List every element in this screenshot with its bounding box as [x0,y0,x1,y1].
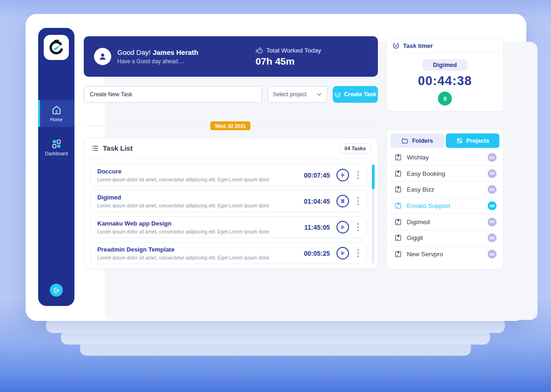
pause-button[interactable] [336,195,349,207]
task-name: Doccure [97,168,304,175]
task-row[interactable]: Digimed Lorem ipsum dolor sit amet, cons… [90,190,367,212]
folder-icon [401,137,409,145]
project-count-badge: 00 [488,185,497,194]
project-count-badge: 00 [488,218,497,226]
project-count-badge: 00 [488,169,497,178]
stopwatch-logo-icon [48,39,65,56]
project-count-badge: 00 [488,250,497,259]
task-menu-button[interactable] [355,171,361,179]
timer-title: Task timer [403,42,433,49]
total-worked-label: Total Worked Today [266,47,321,54]
project-name: Easy Booking [407,170,445,177]
list-icon [91,144,99,153]
scrollbar-thumb[interactable] [372,165,375,189]
project-icon [394,218,402,226]
task-list-card: Task List 04 Tasks Doccure Lorem ipsum d… [84,138,378,269]
pause-icon [442,96,448,102]
sidebar-item-label: Home [50,117,63,122]
logout-icon [53,287,60,294]
check-circle-icon [334,91,341,98]
project-icon [394,234,402,242]
task-row[interactable]: Doccure Lorem ipsum dolor sit amet, cons… [90,164,367,186]
play-button[interactable] [336,247,349,259]
dots-vertical-icon [357,223,359,232]
task-timer-card: Task timer Digimed 00:44:38 [386,38,504,112]
play-button[interactable] [336,169,349,181]
task-name: Kannaku Web app Design [97,220,304,227]
app-logo[interactable] [44,35,69,60]
task-menu-button[interactable] [355,223,361,232]
task-menu-button[interactable] [355,249,361,258]
check-circle-icon [392,42,400,49]
project-icon [394,250,402,258]
task-time: 11:45:05 [304,224,330,231]
greeting-subtitle: Have a Good day ahead.... [117,58,198,65]
dots-vertical-icon [357,171,359,179]
task-time: 01:04:45 [304,198,330,205]
user-name: James Herath [153,48,198,56]
total-worked-value: 07h 45m [255,56,321,67]
play-icon [340,172,346,178]
project-icon [394,186,402,193]
tab-folders-label: Folders [412,138,433,144]
project-row[interactable]: Giggli 00 [390,230,499,246]
new-task-input[interactable] [84,86,262,103]
project-icon [394,202,402,210]
dots-vertical-icon [357,249,359,258]
welcome-banner: Good Day! James Herath Have a Good day a… [84,36,378,77]
project-row[interactable]: New Servpro 00 [390,246,499,263]
project-name: Wishlay [407,154,429,161]
dashboard-grid-icon [51,139,62,149]
projects-panel: Folders Projects Wishlay [386,129,504,270]
timer-value: 00:44:38 [418,74,472,88]
task-menu-button[interactable] [355,197,361,206]
project-icon [394,153,402,161]
dots-vertical-icon [357,197,359,206]
project-row[interactable]: Wishlay 01 [390,150,499,166]
project-row[interactable]: Easy Booking 00 [390,166,499,182]
project-count-badge: 00 [488,201,497,210]
play-button[interactable] [336,221,349,233]
project-row[interactable]: Digimed 00 [390,214,499,230]
logout-button[interactable] [50,284,63,297]
project-name: Easy Bizz [407,186,434,193]
tab-projects-label: Projects [466,138,489,144]
task-description: Lorem ipsum dolor sit amet, consectetur … [97,177,304,182]
play-icon [340,250,346,256]
task-description: Lorem ipsum dolor sit amet, consectetur … [97,255,304,260]
project-name: New Servpro [407,251,443,258]
sidebar-item-dashboard[interactable]: Dashboard [38,134,74,161]
project-row-active[interactable]: Envato Support 00 [390,198,499,214]
project-count-badge: 00 [488,233,497,242]
task-description: Lorem ipsum dolor sit amet, consectetur … [97,229,304,234]
task-row[interactable]: Kannaku Web app Design Lorem ipsum dolor… [90,216,367,238]
tab-folders[interactable]: Folders [390,133,444,148]
sidebar-item-home[interactable]: Home [38,100,74,127]
task-name: Digimed [97,194,304,201]
project-row[interactable]: Easy Bizz 00 [390,182,499,198]
grid-icon [456,137,463,144]
timer-project-badge: Digimed [423,59,467,71]
project-select[interactable]: Select project [268,86,327,103]
task-row[interactable]: Preadmin Design Template Lorem ipsum dol… [90,242,367,264]
task-name: Preadmin Design Template [97,246,304,253]
home-icon [51,105,62,115]
project-name: Envato Support [407,202,450,209]
create-task-label: Create Task [344,91,376,98]
play-icon [340,224,346,230]
user-icon [97,51,108,62]
tab-projects[interactable]: Projects [446,133,499,148]
project-name: Digimed [407,219,430,226]
task-time: 00:05:25 [304,250,330,257]
chevron-down-icon [316,91,323,98]
project-list: Wishlay 01 Easy Booking 00 Easy Bizz [390,150,499,262]
task-description: Lorem ipsum dolor sit amet, consectetur … [97,203,304,208]
project-icon [394,170,402,178]
greeting-line: Good Day! James Herath [117,48,198,56]
project-count-badge: 01 [488,153,497,162]
task-list-scrollbar[interactable] [372,165,374,263]
create-task-button[interactable]: Create Task [333,86,378,103]
project-name: Giggli [407,234,423,241]
timer-pause-button[interactable] [438,92,452,106]
stopwatch-icon [255,47,263,54]
